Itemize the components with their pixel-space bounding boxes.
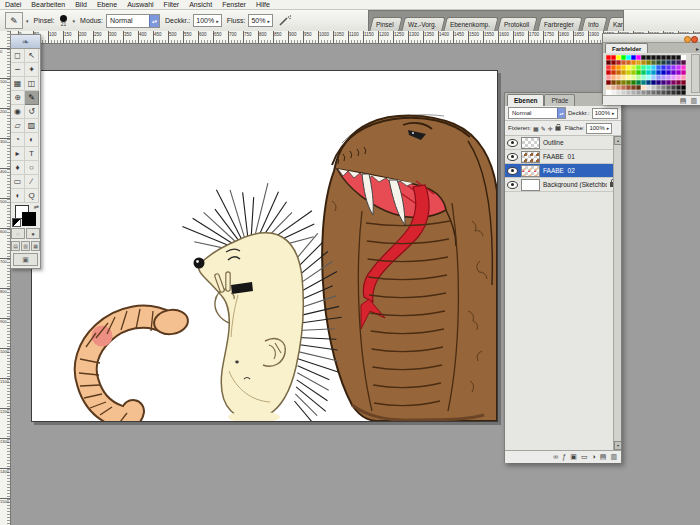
zoom-tool-icon[interactable]: Q	[25, 189, 39, 203]
visibility-eye-icon[interactable]	[507, 139, 518, 147]
quick-mask-button[interactable]: ●	[26, 228, 40, 239]
well-tab-ebenenkomp-[interactable]: Ebenenkomp.	[444, 17, 500, 31]
shape-tool-icon[interactable]: ○	[25, 161, 39, 175]
crop-tool-icon[interactable]: ▦	[11, 77, 25, 91]
notes-tool-icon[interactable]: ▭	[11, 175, 25, 189]
panel-menu-icon[interactable]: ▸	[696, 45, 699, 52]
new-swatch-icon[interactable]: ▤	[680, 96, 687, 106]
swap-colors-icon[interactable]: ⇄	[34, 203, 39, 210]
link-layers-icon[interactable]: ∞	[553, 452, 558, 462]
adjustment-layer-icon[interactable]: ◑	[592, 452, 596, 462]
eyedropper-tool-icon[interactable]: ∕	[25, 175, 39, 189]
menu-ansicht[interactable]: Ansicht	[184, 1, 217, 8]
layer-thumbnail[interactable]	[521, 137, 540, 149]
standard-mode-button[interactable]: ◌	[11, 228, 25, 239]
layer-blend-mode-select[interactable]: Normal ▴▾	[508, 107, 566, 119]
combo-stepper-icon[interactable]: ▴▾	[557, 108, 565, 118]
lock-all-icon[interactable]	[555, 126, 560, 130]
history-brush-tool-icon[interactable]: ↺	[25, 105, 39, 119]
tab-farbfelder[interactable]: Farbfelder	[605, 43, 648, 53]
lock-pixels-icon[interactable]: ✎	[541, 125, 546, 132]
slice-tool-icon[interactable]: ◫	[25, 77, 39, 91]
visibility-eye-icon[interactable]	[507, 167, 518, 175]
minimize-icon[interactable]	[684, 36, 691, 43]
default-colors-icon[interactable]	[12, 218, 21, 227]
well-tab-kan-le[interactable]: Kanäle	[606, 17, 624, 31]
scroll-down-icon[interactable]: ▾	[614, 441, 621, 450]
well-tab-wz-vorg-[interactable]: Wz.-Vorg.	[401, 17, 445, 31]
fullscreen-menu-button[interactable]: ▥	[21, 241, 30, 251]
layer-opacity-input[interactable]: 100% ▸	[592, 108, 618, 119]
pen-tool-icon[interactable]: ♦	[11, 161, 25, 175]
slider-arrow-icon[interactable]: ▸	[267, 18, 272, 24]
menu-datei[interactable]: Datei	[0, 1, 26, 8]
menu-bild[interactable]: Bild	[70, 1, 92, 8]
move-tool-icon[interactable]: ↖	[25, 49, 39, 63]
layer-fill-input[interactable]: 100% ▸	[586, 123, 612, 134]
tab-pfade[interactable]: Pfade	[544, 94, 575, 106]
document-canvas[interactable]	[31, 70, 498, 422]
lock-transparency-icon[interactable]: ▦	[533, 125, 539, 132]
new-layer-icon[interactable]: ▤	[600, 452, 607, 462]
layers-scrollbar[interactable]: ▴ ▾	[613, 136, 621, 450]
delete-swatch-icon[interactable]: ▥	[690, 96, 697, 106]
swatches-titlebar[interactable]	[603, 34, 700, 43]
layer-row-faabe-02[interactable]: FAABE_02	[505, 164, 621, 178]
lasso-tool-icon[interactable]: ∽	[11, 63, 25, 77]
slider-arrow-icon[interactable]: ▸	[612, 110, 617, 116]
delete-layer-icon[interactable]: ▥	[610, 452, 617, 462]
lock-position-icon[interactable]: ✛	[548, 125, 553, 132]
menu-auswahl[interactable]: Auswahl	[122, 1, 158, 8]
layer-style-icon[interactable]: ƒ	[562, 452, 566, 462]
type-tool-icon[interactable]: T	[25, 147, 39, 161]
opacity-input[interactable]: 100% ▸	[193, 14, 221, 27]
menu-filter[interactable]: Filter	[159, 1, 185, 8]
menu-ebene[interactable]: Ebene	[92, 1, 122, 8]
imageready-button[interactable]: ▣	[13, 253, 38, 266]
slider-arrow-icon[interactable]: ▸	[216, 18, 221, 24]
visibility-eye-icon[interactable]	[507, 153, 518, 161]
standard-screen-button[interactable]: ▤	[11, 241, 20, 251]
layer-row-faabe-01[interactable]: FAABE_01	[505, 150, 621, 164]
clone-stamp-tool-icon[interactable]: ◉	[11, 105, 25, 119]
new-group-icon[interactable]: ▭	[581, 452, 588, 462]
brush-tool-icon[interactable]: ✎	[25, 91, 39, 105]
layer-row-background-sketchbook-[interactable]: Background (Sketchbook)	[505, 178, 621, 192]
tab-ebenen[interactable]: Ebenen	[507, 94, 544, 106]
well-tab-pinsel[interactable]: Pinsel	[369, 17, 402, 31]
healing-brush-tool-icon[interactable]: ⊕	[11, 91, 25, 105]
slider-arrow-icon[interactable]: ▸	[607, 125, 612, 131]
scroll-up-icon[interactable]: ▴	[614, 136, 621, 145]
fullscreen-button[interactable]: ▦	[31, 241, 40, 251]
magic-wand-tool-icon[interactable]: ✦	[25, 63, 39, 77]
layer-mask-icon[interactable]: ▣	[570, 452, 577, 462]
menu-hilfe[interactable]: Hilfe	[251, 1, 275, 8]
swatches-scrollbar[interactable]	[691, 54, 700, 93]
close-icon[interactable]	[691, 36, 698, 43]
layer-row-outline[interactable]: Outline	[505, 136, 621, 150]
well-tab-farbregler[interactable]: Farbregler	[537, 17, 582, 31]
background-color-swatch[interactable]	[22, 212, 36, 226]
visibility-eye-icon[interactable]	[507, 181, 518, 189]
brush-tool-icon[interactable]: ✎	[5, 12, 23, 29]
well-tab-protokoll[interactable]: Protokoll	[498, 17, 539, 31]
menu-fenster[interactable]: Fenster	[217, 1, 251, 8]
gradient-tool-icon[interactable]: ▨	[25, 119, 39, 133]
brush-preset-picker[interactable]: 21	[58, 13, 70, 28]
eraser-tool-icon[interactable]: ▱	[11, 119, 25, 133]
layer-thumbnail[interactable]	[521, 151, 540, 163]
path-selection-tool-icon[interactable]: ▸	[11, 147, 25, 161]
menu-bearbeiten[interactable]: Bearbeiten	[26, 1, 70, 8]
marquee-tool-icon[interactable]: ◻	[11, 49, 25, 63]
color-swatch[interactable]	[681, 90, 686, 95]
blur-tool-icon[interactable]: ◔	[11, 133, 25, 147]
airbrush-icon[interactable]	[278, 14, 292, 28]
hand-tool-icon[interactable]: ◖	[11, 189, 25, 203]
flow-input[interactable]: 50% ▸	[248, 14, 273, 27]
combo-stepper-icon[interactable]: ▴▾	[149, 15, 159, 27]
toolbox-titlebar[interactable]: ❧	[11, 35, 40, 49]
dodge-tool-icon[interactable]: ◐	[25, 133, 39, 147]
well-tab-info[interactable]: Info	[581, 17, 607, 31]
layer-thumbnail[interactable]	[521, 179, 540, 191]
layer-thumbnail[interactable]	[521, 165, 540, 177]
